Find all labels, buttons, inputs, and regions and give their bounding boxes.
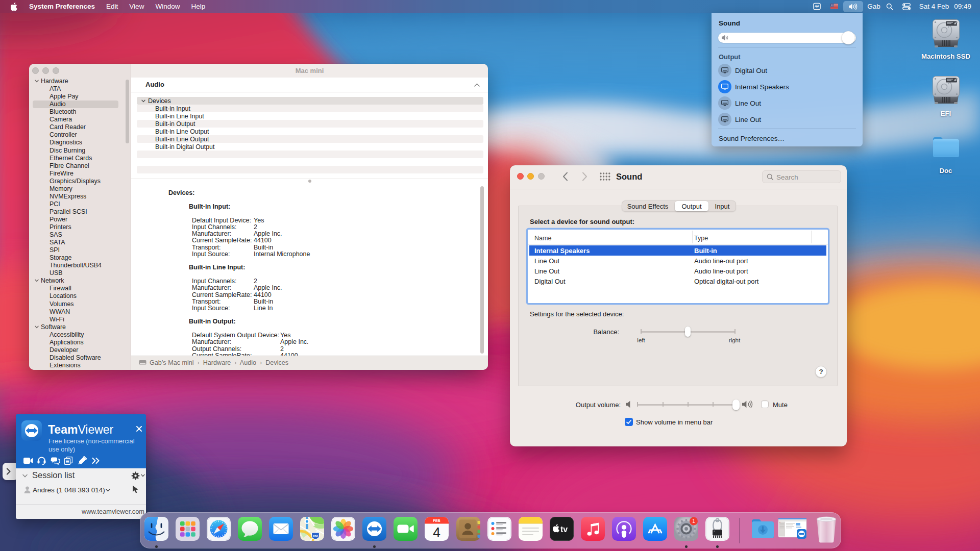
svg-text:FEB: FEB: [433, 518, 440, 523]
svg-text:4: 4: [433, 525, 440, 540]
svg-text:280: 280: [313, 535, 318, 538]
svg-text:1: 1: [692, 518, 695, 524]
svg-text:tv: tv: [560, 525, 568, 534]
